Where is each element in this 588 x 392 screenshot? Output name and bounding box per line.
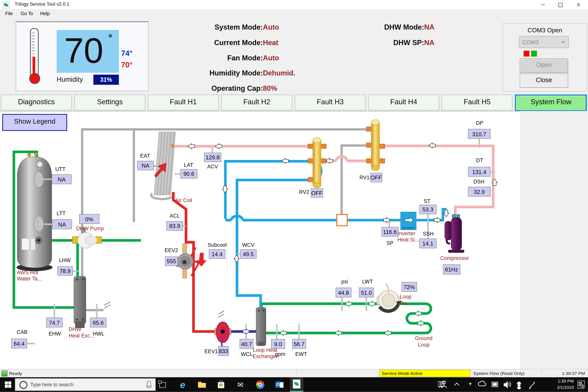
menu-help[interactable]: Help [40, 11, 50, 16]
tab-diagnostics[interactable]: Diagnostics [1, 94, 72, 110]
chrome-icon[interactable] [254, 379, 266, 390]
sensor-loop-pump-pct-value: 72% [402, 282, 417, 292]
degree-symbol: ° [108, 32, 112, 44]
file-explorer-icon[interactable] [196, 379, 208, 390]
app-icon [2, 2, 10, 8]
menu-file[interactable]: File [5, 11, 13, 16]
sensor-DT-label: DT [474, 157, 486, 163]
menu-go-to[interactable]: Go To [20, 11, 33, 16]
info-value: 80% [263, 84, 277, 93]
sensor-EAT-label: EAT [136, 153, 155, 159]
sensor-WCV-label: WCV [240, 242, 256, 248]
com-port-select[interactable]: COM3 [519, 36, 569, 48]
maximize-button[interactable] [553, 0, 568, 10]
com-green-indicator [531, 50, 537, 57]
info-label: DHW Mode: [384, 23, 424, 32]
sensor-EAT-value: NA [137, 161, 154, 170]
sensor-DP-label: DP [474, 120, 486, 126]
start-button[interactable] [5, 382, 11, 388]
edge-icon[interactable]: e [177, 379, 188, 390]
sensor-EHW-label: EHW [47, 331, 62, 337]
sensor-Subcool-label: Subcool [206, 242, 228, 248]
show-legend-button[interactable]: Show Legend [2, 114, 67, 131]
tab-fault-h4[interactable]: Fault H4 [368, 94, 440, 110]
sensor-EEV2-label: EEV2 [163, 247, 180, 253]
sensor-LHW-label: LHW [58, 257, 72, 264]
notification-icon[interactable]: 1 [578, 381, 584, 388]
tab-fault-h5[interactable]: Fault H5 [442, 94, 513, 110]
search-input[interactable]: Type here to search [15, 378, 156, 391]
minimize-button[interactable] [536, 0, 550, 10]
tab-system-flow[interactable]: System Flow [515, 94, 587, 111]
sensor-EHW-value: 74.7 [46, 318, 62, 328]
label-inverter: Inverter Heat Si... [398, 230, 420, 243]
sensor-LTT-label: LTT [54, 210, 68, 216]
ready-icon [2, 370, 8, 376]
cool-setpoint: 70° [121, 61, 132, 70]
heat-setpoint: 74° [121, 49, 132, 58]
tab-fault-h2[interactable]: Fault H2 [221, 94, 292, 110]
tab-fault-h1[interactable]: Fault H1 [148, 94, 219, 110]
info-row: Humidity Mode:Dehumid. [165, 69, 263, 79]
cortana-icon [20, 381, 27, 389]
sensor-WCV-value: 49.5 [240, 249, 256, 259]
tab-settings[interactable]: Settings [74, 94, 146, 110]
thermometer-bulb [29, 73, 40, 84]
humidity-value: 31% [93, 75, 119, 85]
label-loop-pump: Loop Pu... [400, 294, 422, 306]
app-window: Trilogy Service Tool v2.0.1 FileGo ToHel… [0, 0, 588, 392]
ready-text: Ready [9, 371, 22, 376]
sensor-Subcool-value: 14.4 [209, 249, 226, 259]
microphone-icon[interactable] [147, 381, 151, 387]
mail-icon[interactable]: ✉ [235, 379, 246, 390]
sensor-LHW-value: 78.9 [58, 266, 73, 276]
sensor-DP-value: 310.7 [468, 129, 490, 139]
com-panel: COM3 Open COM3 Open Close [502, 23, 587, 92]
dhw-info: DHW Mode:NADHW SP:NA [326, 23, 424, 61]
view-mode-text: System Flow (Read Only) [473, 371, 525, 376]
info-value: NA [424, 23, 434, 32]
sensor-LAT-label: LAT [180, 162, 197, 168]
current-temperature: 70 [64, 31, 103, 70]
tab-fault-h3[interactable]: Fault H3 [294, 94, 366, 110]
label-loop-hx: Loop Heat Exchanger [252, 347, 278, 360]
info-value: Auto [263, 23, 279, 32]
pen-icon [530, 382, 535, 388]
sensor-UTT-value: NA [52, 174, 72, 184]
info-label: Current Mode: [214, 38, 263, 47]
clock-date: 2/1/2019 [543, 384, 574, 391]
sensor-SP-value: 116.6 [382, 227, 398, 237]
outlook-icon[interactable]: O [274, 379, 284, 390]
sensor-RV2-value: OFF [311, 188, 323, 198]
sensor-DSH-value: 32.9 [468, 187, 490, 196]
close-button[interactable] [571, 0, 586, 10]
task-view-icon[interactable] [157, 379, 168, 390]
title-bar: Trilogy Service Tool v2.0.1 [0, 0, 588, 10]
system-tray[interactable] [438, 380, 538, 390]
sensor-EEV1-value: 833 [218, 346, 229, 356]
label-air-coil: Air Coil [172, 197, 196, 204]
info-row: Current Mode:Heat [165, 38, 263, 48]
sensor-EEV1-label: EEV1 [204, 348, 218, 354]
store-icon[interactable] [216, 379, 227, 390]
temperature-display: 70 ° [57, 30, 119, 73]
taskbar-clock[interactable]: 1:39 PM 2/1/2019 [543, 378, 574, 391]
sensor-LWT-label: LWT [360, 279, 375, 285]
status-divider [378, 370, 378, 377]
service-mode-badge: Service Mode Active [380, 370, 470, 377]
sensor-psi-label: psi [338, 279, 352, 285]
info-value: NA [424, 38, 434, 47]
sensor-DT-value: 131.4 [468, 167, 490, 176]
info-value: Auto [263, 54, 279, 62]
trilogy-app-taskbar-button[interactable] [290, 377, 304, 392]
com-open-button[interactable]: Open [520, 58, 568, 73]
sensor-ACL-label: ACL [166, 213, 184, 219]
com-close-button[interactable]: Close [520, 74, 568, 88]
taskbar: Type here to search e ✉ O [0, 377, 588, 392]
status-divider [296, 370, 297, 377]
info-label: DHW SP: [393, 38, 424, 47]
info-label: System Mode: [214, 23, 263, 32]
canvas-right-margin [520, 111, 588, 369]
sensor-LAT-value: 90.6 [180, 169, 197, 178]
window-title: Trilogy Service Tool v2.0.1 [15, 2, 70, 7]
